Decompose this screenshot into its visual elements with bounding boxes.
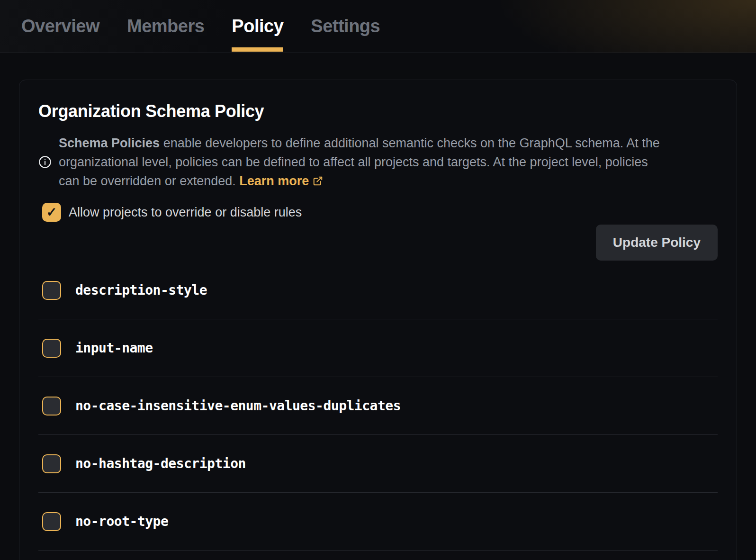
rule-name: no-case-insensitive-enum-values-duplicat… <box>75 398 401 414</box>
allow-override-checkbox[interactable]: ✓ <box>42 203 61 222</box>
description-text: enable developers to define additional s… <box>160 136 660 150</box>
tab-bar: Overview Members Policy Settings <box>0 0 756 53</box>
description-lead: Schema Policies <box>59 136 160 150</box>
rules-list: description-style input-name no-case-ins… <box>38 262 718 551</box>
rule-checkbox[interactable] <box>42 512 61 531</box>
rule-row: no-root-type <box>38 493 718 551</box>
info-icon <box>38 155 52 169</box>
rule-name: no-root-type <box>75 514 168 529</box>
tab-settings[interactable]: Settings <box>311 0 380 53</box>
policy-description: Schema Policies enable developers to def… <box>59 134 660 190</box>
rule-row: description-style <box>38 262 718 319</box>
description-line: organizational level, policies can be de… <box>59 153 660 172</box>
learn-more-label: Learn more <box>239 174 309 188</box>
rule-row: no-case-insensitive-enum-values-duplicat… <box>38 377 718 435</box>
rule-name: description-style <box>75 282 207 298</box>
page-title: Organization Schema Policy <box>38 101 718 121</box>
allow-override-label[interactable]: Allow projects to override or disable ru… <box>69 205 302 220</box>
update-policy-button[interactable]: Update Policy <box>596 225 718 261</box>
external-link-icon <box>313 176 323 186</box>
policy-card: Organization Schema Policy Schema Polici… <box>19 80 737 560</box>
screen: Overview Members Policy Settings Organiz… <box>0 0 756 560</box>
tab-overview[interactable]: Overview <box>21 0 99 53</box>
description-text: can be overridden or extended. <box>59 174 239 188</box>
tab-members[interactable]: Members <box>127 0 204 53</box>
policy-description-row: Schema Policies enable developers to def… <box>38 134 718 190</box>
check-icon: ✓ <box>46 205 57 220</box>
rule-row: no-hashtag-description <box>38 435 718 493</box>
rule-name: input-name <box>75 340 153 356</box>
rule-checkbox[interactable] <box>42 454 61 473</box>
actions-row: Update Policy <box>38 225 718 261</box>
learn-more-link[interactable]: Learn more <box>239 174 323 188</box>
allow-override-row[interactable]: ✓ Allow projects to override or disable … <box>42 203 302 222</box>
description-text: organizational level, policies can be de… <box>59 155 648 169</box>
page-content: Organization Schema Policy Schema Polici… <box>0 80 756 560</box>
rule-checkbox[interactable] <box>42 397 61 415</box>
tab-policy[interactable]: Policy <box>232 0 283 53</box>
rule-name: no-hashtag-description <box>75 456 246 471</box>
rule-row: input-name <box>38 319 718 377</box>
rule-checkbox[interactable] <box>42 339 61 358</box>
description-line: Schema Policies enable developers to def… <box>59 134 660 153</box>
description-line: can be overridden or extended. Learn mor… <box>59 172 660 190</box>
rule-checkbox[interactable] <box>42 281 61 300</box>
